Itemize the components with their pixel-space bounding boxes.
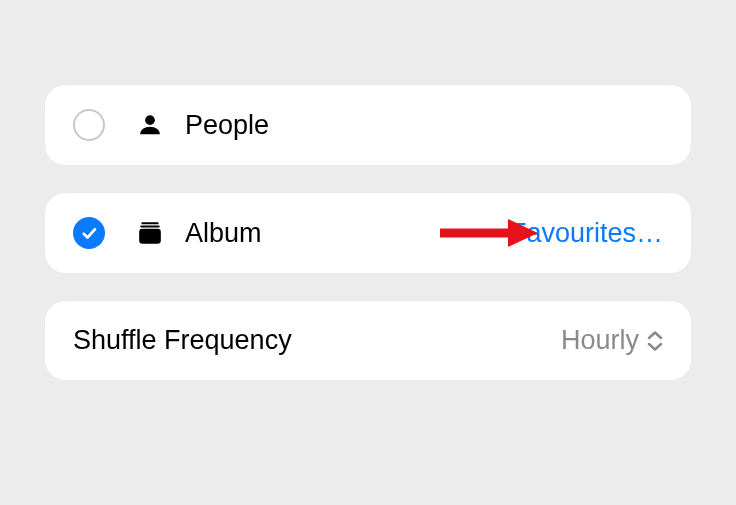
people-icon (135, 110, 165, 140)
chevron-up-down-icon (647, 331, 663, 351)
option-row-album[interactable]: Album Favourites… (45, 193, 691, 273)
shuffle-frequency-value: Hourly (561, 325, 639, 356)
check-icon (80, 224, 98, 242)
shuffle-frequency-label: Shuffle Frequency (73, 325, 561, 356)
svg-rect-2 (140, 225, 160, 227)
album-value-link[interactable]: Favourites… (510, 218, 663, 249)
album-icon (135, 218, 165, 248)
option-row-people[interactable]: People (45, 85, 691, 165)
option-label-album: Album (185, 218, 510, 249)
svg-rect-3 (139, 229, 161, 244)
radio-checked[interactable] (73, 217, 105, 249)
shuffle-frequency-row[interactable]: Shuffle Frequency Hourly (45, 301, 691, 380)
radio-unchecked[interactable] (73, 109, 105, 141)
svg-point-0 (145, 115, 155, 125)
option-label-people: People (185, 110, 663, 141)
svg-rect-1 (141, 222, 158, 224)
